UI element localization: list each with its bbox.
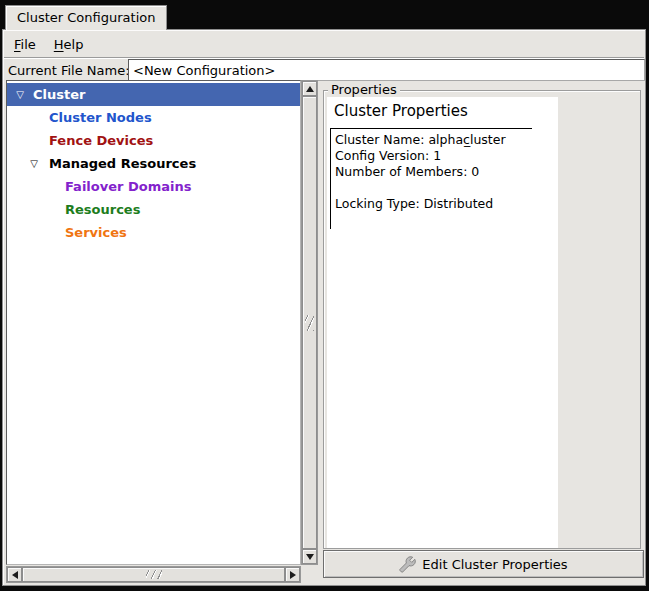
- tree-row-cluster-nodes[interactable]: Cluster Nodes: [7, 106, 300, 129]
- scroll-up-button[interactable]: [302, 81, 317, 96]
- properties-content: Cluster Properties Cluster Name: alphac̲…: [327, 97, 558, 548]
- file-name-bar: Current File Name:: [4, 57, 644, 81]
- cluster-properties-heading: Cluster Properties: [334, 102, 558, 120]
- menu-file[interactable]: File: [5, 34, 45, 55]
- tree-row-fence-devices[interactable]: Fence Devices: [7, 129, 300, 152]
- arrow-up-icon: [306, 86, 314, 92]
- tree-row-services[interactable]: Services: [7, 221, 300, 244]
- thumb-grip-icon: [146, 570, 162, 579]
- menu-help[interactable]: Help: [45, 34, 93, 55]
- tree-label-failover-domains: Failover Domains: [65, 179, 191, 194]
- app-window: Cluster Configuration File Help Current …: [0, 0, 649, 591]
- tree-label-cluster-nodes: Cluster Nodes: [49, 110, 152, 125]
- tree-label-services: Services: [65, 225, 127, 240]
- wrench-icon: [399, 556, 416, 573]
- tree-row-resources[interactable]: Resources: [7, 198, 300, 221]
- tree-horizontal-scrollbar[interactable]: [6, 566, 301, 583]
- arrow-down-icon: [306, 554, 314, 560]
- edit-cluster-properties-button[interactable]: Edit Cluster Properties: [323, 550, 644, 578]
- tree-vertical-scrollbar[interactable]: [301, 80, 318, 565]
- thumb-grip-icon: [305, 315, 314, 331]
- spacer: [335, 180, 532, 196]
- tree-label-resources: Resources: [65, 202, 140, 217]
- arrow-left-icon: [12, 571, 18, 579]
- vertical-scrollbar-thumb[interactable]: [302, 96, 317, 549]
- expander-open-icon[interactable]: ▽: [27, 159, 41, 169]
- scroll-right-button[interactable]: [285, 567, 300, 582]
- cluster-tree: ▽ Cluster Cluster Nodes Fence Devices ▽ …: [6, 80, 301, 565]
- cluster-name-value: Cluster Name: alphac̲luster: [335, 132, 532, 148]
- horizontal-scrollbar-thumb[interactable]: [22, 567, 285, 582]
- edit-cluster-properties-label: Edit Cluster Properties: [422, 557, 567, 572]
- locking-type-value: Locking Type: Distributed: [335, 196, 532, 212]
- tree-row-managed-resources[interactable]: ▽ Managed Resources: [7, 152, 300, 175]
- menubar: File Help: [5, 32, 643, 56]
- tree-label-cluster: Cluster: [33, 87, 85, 102]
- tree-row-failover-domains[interactable]: Failover Domains: [7, 175, 300, 198]
- number-of-members-value: Number of Members: 0: [335, 164, 532, 180]
- config-version-value: Config Version: 1: [335, 148, 532, 164]
- tree-label-fence-devices: Fence Devices: [49, 133, 153, 148]
- arrow-right-icon: [290, 571, 296, 579]
- current-file-name-input[interactable]: [128, 59, 645, 81]
- scroll-left-button[interactable]: [7, 567, 22, 582]
- properties-frame-label: Properties: [328, 82, 400, 97]
- expander-open-icon[interactable]: ▽: [13, 90, 27, 100]
- tree-label-managed-resources: Managed Resources: [49, 156, 196, 171]
- current-file-name-label: Current File Name:: [8, 63, 130, 78]
- scroll-down-button[interactable]: [302, 549, 317, 564]
- notebook-tabstrip: Cluster Configuration: [2, 2, 646, 29]
- tree-row-cluster[interactable]: ▽ Cluster: [7, 83, 300, 106]
- notebook-page: File Help Current File Name: ▽ Cluster C…: [2, 29, 646, 586]
- properties-panel: Properties Cluster Properties Cluster Na…: [323, 90, 641, 549]
- cluster-properties-fields: Cluster Name: alphac̲luster Config Versi…: [330, 128, 532, 229]
- tab-cluster-configuration[interactable]: Cluster Configuration: [5, 5, 167, 30]
